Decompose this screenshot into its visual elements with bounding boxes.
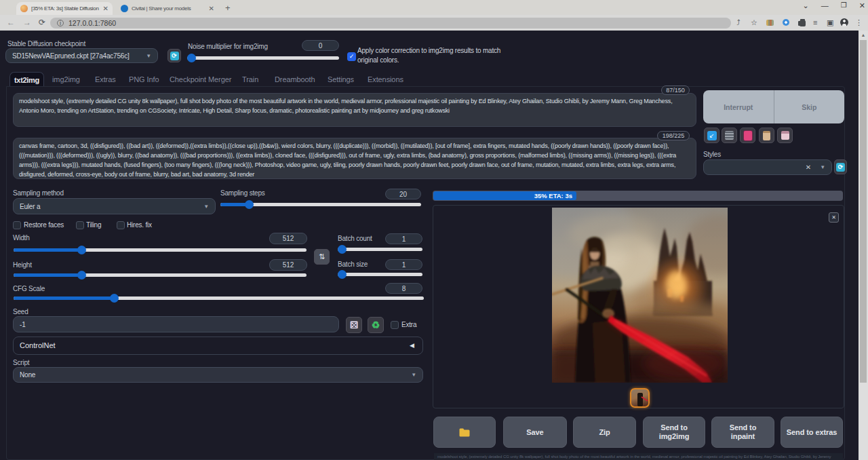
restore-faces-label: Restore faces	[24, 221, 64, 229]
window-minimize-icon[interactable]: —	[821, 1, 829, 10]
clear-prompt-button[interactable]	[722, 128, 737, 143]
extension-blue-icon[interactable]	[783, 19, 789, 27]
gallery-close-icon[interactable]: ✕	[829, 212, 839, 223]
send-to-inpaint-button[interactable]: Send toinpaint	[711, 417, 774, 448]
sampling-method-caret-icon: ▼	[203, 204, 209, 210]
styles-dropdown[interactable]: ✕ ▼	[703, 159, 832, 175]
scrollbar-thumb[interactable]	[860, 40, 867, 383]
browser-tab2-title: Civitai | Share your models	[132, 5, 206, 12]
seed-label: Seed	[13, 308, 28, 315]
sampling-method-dropdown[interactable]: Euler a ▼	[13, 198, 216, 214]
checkpoint-label: Stable Diffusion checkpoint	[7, 40, 85, 47]
open-folder-button[interactable]	[433, 417, 496, 448]
send-to-img2img-button[interactable]: Send toimg2img	[643, 417, 705, 448]
reload-icon[interactable]: ⟳	[39, 18, 45, 27]
zip-button[interactable]: Zip	[573, 417, 636, 448]
random-seed-button[interactable]: ⚄	[346, 317, 362, 333]
checkpoint-refresh-button[interactable]: ⟳	[167, 49, 181, 62]
batch-count-slider[interactable]	[338, 248, 422, 251]
save-button[interactable]: Save	[503, 417, 567, 448]
tiling-checkbox[interactable]	[76, 221, 84, 229]
width-slider[interactable]	[14, 248, 307, 252]
back-icon[interactable]: ←	[7, 18, 15, 27]
browser-tab-civitai[interactable]: Civitai | Share your models ✕	[117, 2, 218, 15]
browser-menu-icon[interactable]: ⋮	[855, 18, 863, 27]
noise-multiplier-input[interactable]: 0	[302, 40, 339, 51]
window-menu-icon[interactable]: ⌄	[803, 1, 809, 10]
seed-input[interactable]: -1	[13, 316, 339, 332]
batch-size-input[interactable]: 1	[385, 259, 422, 270]
sampling-steps-input[interactable]: 20	[385, 189, 421, 199]
tab-extras[interactable]: Extras	[95, 72, 116, 87]
new-tab-icon[interactable]: +	[225, 3, 231, 13]
height-input[interactable]: 512	[269, 259, 307, 271]
window-close-icon[interactable]: ✕	[859, 1, 865, 10]
batch-count-input[interactable]: 1	[385, 233, 422, 244]
send-to-extras-button[interactable]: Send to extras	[781, 417, 843, 448]
script-label: Script	[13, 359, 29, 366]
checkpoint-dropdown[interactable]: SD15NewVAEpruned.ckpt [27a4ac756c] ▼	[5, 48, 158, 63]
reading-list-icon[interactable]: ≡	[813, 18, 817, 26]
generation-info-text: modelshoot style, (extremely detailed CG…	[434, 453, 843, 460]
controlnet-accordion[interactable]: ControlNet ◀	[13, 337, 423, 355]
generated-image[interactable]	[552, 208, 728, 383]
restore-faces-checkbox[interactable]	[13, 221, 21, 229]
negative-token-counter: 198/225	[657, 131, 690, 140]
sampling-method-value: Euler a	[20, 203, 40, 210]
window-maximize-icon[interactable]: ❐	[841, 1, 847, 10]
checkpoint-value: SD15NewVAEpruned.ckpt [27a4ac756c]	[12, 52, 130, 60]
save-style-button[interactable]	[777, 128, 793, 143]
extensions-puzzle-icon[interactable]	[798, 20, 806, 28]
controlnet-collapse-icon: ◀	[410, 342, 414, 349]
cfg-scale-slider[interactable]	[14, 296, 424, 300]
negative-prompt-textarea[interactable]: canvas frame, cartoon, 3d, ((disfigured)…	[13, 138, 696, 179]
skip-button[interactable]: Skip	[774, 90, 845, 123]
civitai-favicon	[121, 5, 128, 12]
prompt-textarea[interactable]: modelshoot style, (extremely detailed CG…	[13, 93, 696, 127]
tab-png-info[interactable]: PNG Info	[129, 72, 159, 87]
styles-refresh-button[interactable]: ⟳	[834, 159, 847, 174]
site-info-icon[interactable]: i	[57, 20, 64, 26]
noise-multiplier-slider[interactable]	[187, 56, 339, 60]
tab-train[interactable]: Train	[242, 72, 258, 87]
result-gallery: ✕	[433, 205, 844, 408]
sampling-steps-slider[interactable]	[220, 203, 421, 206]
color-correction-checkbox[interactable]: ✓	[347, 52, 356, 61]
apps-icon[interactable]	[766, 19, 774, 27]
gallery-thumbnail[interactable]	[630, 388, 650, 408]
forward-icon[interactable]: →	[23, 18, 31, 27]
styles-caret-icon: ▼	[820, 164, 825, 170]
side-panel-icon[interactable]: ▣	[827, 18, 833, 27]
styles-clear-icon[interactable]: ✕	[806, 164, 811, 171]
page-scrollbar[interactable]: ▲	[859, 31, 868, 460]
tab1-close-icon[interactable]: ✕	[103, 5, 108, 12]
profile-avatar-icon[interactable]	[840, 18, 848, 28]
extra-networks-button[interactable]	[740, 128, 755, 143]
bookmark-star-icon[interactable]: ☆	[751, 18, 757, 27]
reuse-seed-button[interactable]: ♻	[368, 317, 384, 333]
width-input[interactable]: 512	[269, 233, 307, 244]
scrollbar-up-icon[interactable]: ▲	[859, 31, 868, 39]
interrupt-button[interactable]: Interrupt	[703, 90, 774, 123]
cfg-scale-input[interactable]: 8	[385, 283, 422, 294]
tab-img2img[interactable]: img2img	[52, 72, 80, 87]
apply-style-button[interactable]	[759, 128, 774, 143]
extra-seed-label: Extra	[401, 321, 416, 328]
tab-settings[interactable]: Settings	[328, 72, 354, 87]
tab-dreambooth[interactable]: Dreambooth	[275, 72, 315, 87]
script-dropdown[interactable]: None ▼	[13, 367, 423, 383]
share-icon[interactable]: ⤴	[736, 18, 741, 26]
address-bar[interactable]: i 127.0.0.1:7860	[50, 18, 731, 28]
batch-count-label: Batch count	[338, 235, 372, 242]
paste-params-button[interactable]: ↙	[704, 128, 719, 143]
browser-tab-active[interactable]: [35% ETA: 3s] Stable Diffusion ✕	[16, 2, 113, 15]
tab-checkpoint-merger[interactable]: Checkpoint Merger	[170, 72, 231, 87]
hires-fix-checkbox[interactable]	[117, 221, 125, 229]
batch-size-slider[interactable]	[338, 273, 422, 276]
height-slider[interactable]	[14, 273, 307, 277]
swap-dimensions-button[interactable]: ⇅	[314, 249, 330, 265]
extra-seed-checkbox[interactable]	[391, 321, 399, 329]
tab-extensions[interactable]: Extensions	[368, 72, 403, 87]
tab2-close-icon[interactable]: ✕	[209, 5, 214, 12]
tab-txt2img[interactable]: txt2img	[9, 72, 44, 87]
